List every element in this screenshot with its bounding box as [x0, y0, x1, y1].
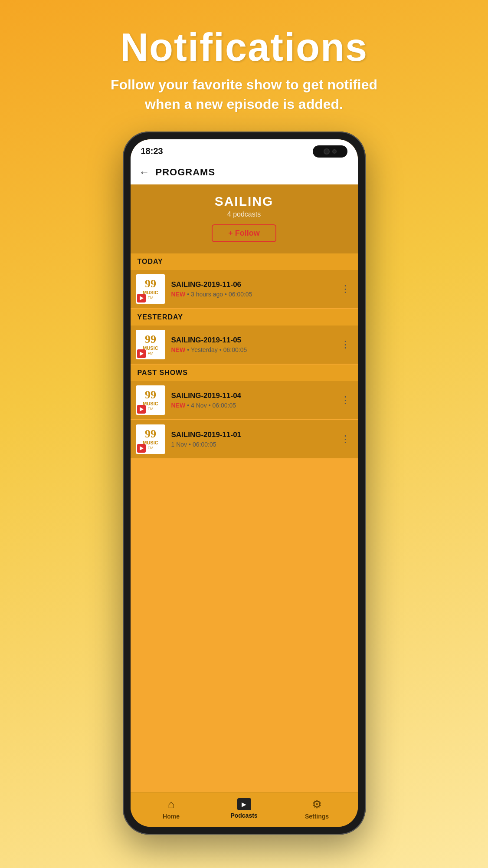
- home-icon: ⌂: [168, 798, 175, 811]
- play-badge: [137, 444, 146, 453]
- meta-duration: 06:00:05: [223, 346, 247, 353]
- show-count: 4 podcasts: [139, 210, 349, 218]
- play-triangle: [140, 352, 144, 356]
- page-title: Notifications: [111, 26, 377, 69]
- page-header: Notifications Follow your favorite show …: [76, 0, 412, 132]
- meta-date: 4 Nov: [191, 402, 207, 409]
- meta-duration: 06:00:05: [213, 402, 236, 409]
- svg-text:FM: FM: [147, 296, 153, 300]
- podcast-thumbnail: 99 MUSIC FM: [136, 330, 165, 359]
- meta-duration: 06:00:05: [193, 441, 216, 448]
- section-header-today: TODAY: [131, 253, 358, 270]
- meta-dot: •: [225, 291, 227, 298]
- podcast-list: TODAY 99 MUSIC FM SAIL: [131, 253, 358, 792]
- phone-frame: 18:23 ← PROGRAMS SAILING 4 podcasts + Fo…: [123, 132, 366, 835]
- podcasts-icon: ▶: [237, 798, 251, 810]
- section-header-past-shows: PAST SHOWS: [131, 365, 358, 381]
- podcast-info: SAILING-2019-11-01 1 Nov • 06:00:05: [171, 431, 332, 448]
- show-title: SAILING: [139, 194, 349, 209]
- play-badge: [137, 405, 146, 414]
- page-subtitle: Follow your favorite show to get notifie…: [111, 75, 377, 114]
- nav-bar: ← PROGRAMS: [131, 161, 358, 184]
- podcast-thumbnail: 99 MUSIC FM: [136, 274, 165, 304]
- podcast-item[interactable]: 99 MUSIC FM SAILING-2019-11-01 1 Nov •: [131, 420, 358, 458]
- podcast-name: SAILING-2019-11-01: [171, 431, 332, 439]
- podcast-thumbnail: 99 MUSIC FM: [136, 385, 165, 415]
- back-button[interactable]: ←: [139, 166, 150, 178]
- status-bar: 18:23: [131, 139, 358, 161]
- status-time: 18:23: [141, 146, 163, 156]
- podcast-info: SAILING-2019-11-05 NEW • Yesterday • 06:…: [171, 336, 332, 353]
- podcast-meta: NEW • Yesterday • 06:00:05: [171, 346, 332, 353]
- podcast-meta: NEW • 4 Nov • 06:00:05: [171, 402, 332, 409]
- svg-text:FM: FM: [147, 446, 153, 450]
- podcast-item[interactable]: 99 MUSIC FM SAILING-2019-11-06 NEW •: [131, 270, 358, 308]
- nav-title: PROGRAMS: [156, 167, 216, 178]
- podcast-info: SAILING-2019-11-04 NEW • 4 Nov • 06:00:0…: [171, 391, 332, 409]
- meta-dot: •: [187, 291, 189, 298]
- nav-item-settings[interactable]: ⚙ Settings: [281, 798, 354, 820]
- nav-label-home: Home: [163, 813, 180, 820]
- play-badge: [137, 349, 146, 358]
- meta-dot: •: [219, 346, 222, 353]
- camera-lens-secondary: [332, 149, 337, 154]
- meta-duration: 06:00:05: [229, 291, 252, 298]
- podcast-info: SAILING-2019-11-06 NEW • 3 hours ago • 0…: [171, 280, 332, 298]
- new-badge: NEW: [171, 291, 186, 298]
- podcast-meta: NEW • 3 hours ago • 06:00:05: [171, 291, 332, 298]
- more-options-button[interactable]: ⋮: [338, 434, 353, 444]
- svg-text:99: 99: [145, 427, 156, 440]
- new-badge: NEW: [171, 346, 186, 353]
- camera-module: [313, 145, 347, 158]
- meta-dot: •: [187, 402, 189, 409]
- show-header: SAILING 4 podcasts + Follow: [131, 184, 358, 253]
- podcast-item[interactable]: 99 MUSIC FM SAILING-2019-11-05 NEW •: [131, 326, 358, 364]
- meta-date: Yesterday: [191, 346, 218, 353]
- more-options-button[interactable]: ⋮: [338, 283, 353, 294]
- meta-dot: •: [187, 346, 189, 353]
- section-header-yesterday: YESTERDAY: [131, 309, 358, 326]
- settings-icon: ⚙: [312, 798, 322, 811]
- play-triangle: [140, 446, 144, 450]
- meta-date: 3 hours ago: [191, 291, 223, 298]
- nav-label-podcasts: Podcasts: [230, 812, 257, 819]
- follow-button[interactable]: + Follow: [212, 224, 276, 242]
- podcast-name: SAILING-2019-11-05: [171, 336, 332, 345]
- camera-lens-main: [324, 148, 330, 155]
- meta-dot: •: [189, 441, 191, 448]
- meta-dot: •: [209, 402, 211, 409]
- svg-text:99: 99: [145, 388, 156, 401]
- nav-item-podcasts[interactable]: ▶ Podcasts: [208, 798, 281, 819]
- nav-label-settings: Settings: [305, 813, 329, 820]
- nav-item-home[interactable]: ⌂ Home: [135, 798, 208, 820]
- svg-text:99: 99: [145, 333, 156, 345]
- app-content: SAILING 4 podcasts + Follow TODAY 99 MUS…: [131, 184, 358, 827]
- meta-date: 1 Nov: [171, 441, 187, 448]
- bottom-nav: ⌂ Home ▶ Podcasts ⚙ Settings: [131, 792, 358, 827]
- podcast-name: SAILING-2019-11-06: [171, 280, 332, 289]
- svg-text:FM: FM: [147, 407, 153, 411]
- podcast-thumbnail: 99 MUSIC FM: [136, 424, 165, 454]
- play-triangle: [140, 407, 144, 411]
- podcast-item[interactable]: 99 MUSIC FM SAILING-2019-11-04 NEW •: [131, 381, 358, 419]
- more-options-button[interactable]: ⋮: [338, 395, 353, 405]
- more-options-button[interactable]: ⋮: [338, 339, 353, 350]
- new-badge: NEW: [171, 402, 186, 409]
- podcast-meta: 1 Nov • 06:00:05: [171, 441, 332, 448]
- play-triangle: [140, 296, 144, 300]
- play-badge: [137, 294, 146, 302]
- svg-text:99: 99: [145, 277, 156, 290]
- podcast-name: SAILING-2019-11-04: [171, 391, 332, 400]
- phone-inner: 18:23 ← PROGRAMS SAILING 4 podcasts + Fo…: [131, 139, 358, 827]
- svg-text:FM: FM: [147, 351, 153, 355]
